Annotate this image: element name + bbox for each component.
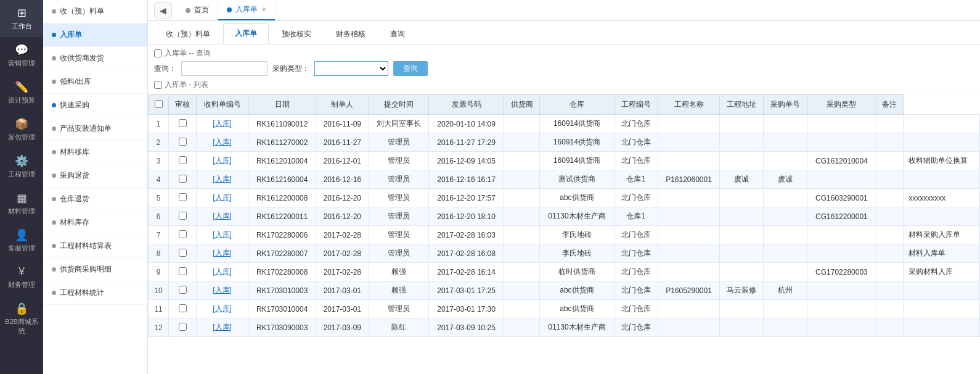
nav-item-材料库存[interactable]: 材料库存 [43, 211, 147, 235]
sidebar-item-customer[interactable]: 👤客服管理 [0, 222, 43, 259]
list-section-checkbox[interactable] [154, 81, 162, 89]
nav-item-收供货商发货[interactable]: 收供货商发货 [43, 47, 147, 70]
sub-tab-入库单[interactable]: 入库单 [223, 23, 269, 44]
row-check[interactable] [169, 115, 197, 133]
row-link[interactable]: [入库] [197, 152, 248, 170]
search-section-checkbox[interactable] [154, 49, 162, 57]
row-link[interactable]: [入库] [197, 170, 248, 189]
row-check[interactable] [169, 189, 197, 207]
sub-tab-预收核实[interactable]: 预收核实 [270, 24, 323, 44]
row-proj-addr: 虞诚 [764, 170, 807, 189]
top-tab-首页[interactable]: 首页 [177, 0, 218, 20]
row-checkbox[interactable] [179, 175, 187, 183]
in-stock-link[interactable]: [入库] [213, 212, 232, 220]
row-proj-name [720, 244, 764, 263]
top-tab-入库单[interactable]: 入库单✕ [218, 0, 276, 20]
sidebar-item-workbench[interactable]: ⊞工作台 [0, 0, 43, 37]
in-stock-link[interactable]: [入库] [213, 156, 232, 165]
nav-item-领料/出库[interactable]: 领料/出库 [43, 70, 147, 94]
row-proj-addr: 杭州 [764, 281, 807, 300]
row-link[interactable]: [入库] [197, 115, 248, 133]
row-link[interactable]: [入库] [197, 207, 248, 226]
in-stock-link[interactable]: [入库] [213, 175, 232, 183]
nav-item-工程材料统计[interactable]: 工程材料统计 [43, 281, 147, 305]
in-stock-link[interactable]: [入库] [213, 193, 232, 202]
nav-item-供货商采购明细[interactable]: 供货商采购明细 [43, 258, 147, 281]
row-purchase-type [876, 300, 904, 318]
row-checkbox[interactable] [179, 212, 187, 220]
row-link[interactable]: [入库] [197, 226, 248, 244]
row-proj-code [658, 152, 719, 170]
sub-tab-收（预）料单[interactable]: 收（预）料单 [154, 24, 222, 44]
row-checkbox[interactable] [179, 138, 187, 146]
row-check[interactable] [169, 133, 197, 152]
nav-label: 产品安装通知单 [60, 123, 112, 134]
row-link[interactable]: [入库] [197, 300, 248, 318]
sidebar-item-design[interactable]: ✏️设计预算 [0, 74, 43, 111]
in-stock-link[interactable]: [入库] [213, 249, 232, 257]
row-check[interactable] [169, 152, 197, 170]
tab-close[interactable]: ✕ [261, 6, 266, 13]
nav-item-入库单[interactable]: 入库单 [43, 23, 147, 47]
row-check[interactable] [169, 226, 197, 244]
sidebar-item-marketing[interactable]: 💬营销管理 [0, 37, 43, 74]
sidebar-item-outsource[interactable]: 📦发包管理 [0, 111, 43, 148]
row-checkbox[interactable] [179, 119, 187, 127]
in-stock-link[interactable]: [入库] [213, 230, 232, 239]
row-checkbox[interactable] [179, 249, 187, 257]
tab-label: 首页 [194, 5, 209, 15]
workbench-icon: ⊞ [17, 6, 27, 20]
row-submit-time: 2016-12-09 14:05 [429, 152, 504, 170]
row-link[interactable]: [入库] [197, 281, 248, 300]
in-stock-link[interactable]: [入库] [213, 267, 232, 276]
nav-item-工程材料结算表[interactable]: 工程材料结算表 [43, 235, 147, 258]
row-link[interactable]: [入库] [197, 189, 248, 207]
row-check[interactable] [169, 300, 197, 318]
row-checkbox[interactable] [179, 286, 187, 294]
row-code: RK1702280006 [248, 226, 316, 244]
nav-item-收（预）料单[interactable]: 收（预）料单 [43, 0, 147, 23]
sub-tab-查询[interactable]: 查询 [378, 24, 417, 44]
nav-item-材料移库[interactable]: 材料移库 [43, 141, 147, 164]
type-select[interactable] [314, 61, 388, 76]
row-checkbox[interactable] [179, 193, 187, 201]
row-check[interactable] [169, 318, 197, 337]
nav-item-产品安装通知单[interactable]: 产品安装通知单 [43, 117, 147, 141]
row-check[interactable] [169, 244, 197, 263]
sub-tab-财务稽核[interactable]: 财务稽核 [324, 24, 377, 44]
row-link[interactable]: [入库] [197, 244, 248, 263]
in-stock-link[interactable]: [入库] [213, 119, 232, 128]
nav-item-仓库退货[interactable]: 仓库退货 [43, 188, 147, 211]
row-check[interactable] [169, 170, 197, 189]
nav-item-快速采购[interactable]: 快速采购 [43, 94, 147, 117]
row-check[interactable] [169, 281, 197, 300]
in-stock-link[interactable]: [入库] [213, 304, 232, 313]
sidebar-item-engineering[interactable]: ⚙️工程管理 [0, 148, 43, 185]
in-stock-link[interactable]: [入库] [213, 138, 232, 146]
row-link[interactable]: [入库] [197, 318, 248, 337]
in-stock-link[interactable]: [入库] [213, 323, 232, 331]
select-all-checkbox[interactable] [155, 100, 163, 108]
row-checkbox[interactable] [179, 323, 187, 331]
row-checkbox[interactable] [179, 156, 187, 164]
row-checkbox[interactable] [179, 304, 187, 312]
row-checkbox[interactable] [179, 267, 187, 275]
row-date: 2017-03-01 [316, 300, 369, 318]
nav-item-采购退货[interactable]: 采购退货 [43, 164, 147, 188]
sidebar-item-b2b[interactable]: 🔒B2B商城系统 [0, 296, 43, 342]
row-check[interactable] [169, 207, 197, 226]
row-link[interactable]: [入库] [197, 133, 248, 152]
collapse-button[interactable]: ◀ [154, 2, 172, 19]
sidebar-item-material[interactable]: ▦材料管理 [0, 185, 43, 222]
row-supplier: 160914供货商 [540, 115, 615, 133]
search-input[interactable] [181, 61, 267, 76]
row-check[interactable] [169, 263, 197, 281]
row-remark [904, 281, 980, 300]
in-stock-link[interactable]: [入库] [213, 286, 232, 294]
sidebar-item-finance[interactable]: ¥财务管理 [0, 259, 43, 296]
row-supplier: abc供货商 [540, 300, 615, 318]
tab-dot [186, 8, 190, 13]
query-button[interactable]: 查询 [393, 61, 428, 76]
row-link[interactable]: [入库] [197, 263, 248, 281]
row-checkbox[interactable] [179, 230, 187, 238]
